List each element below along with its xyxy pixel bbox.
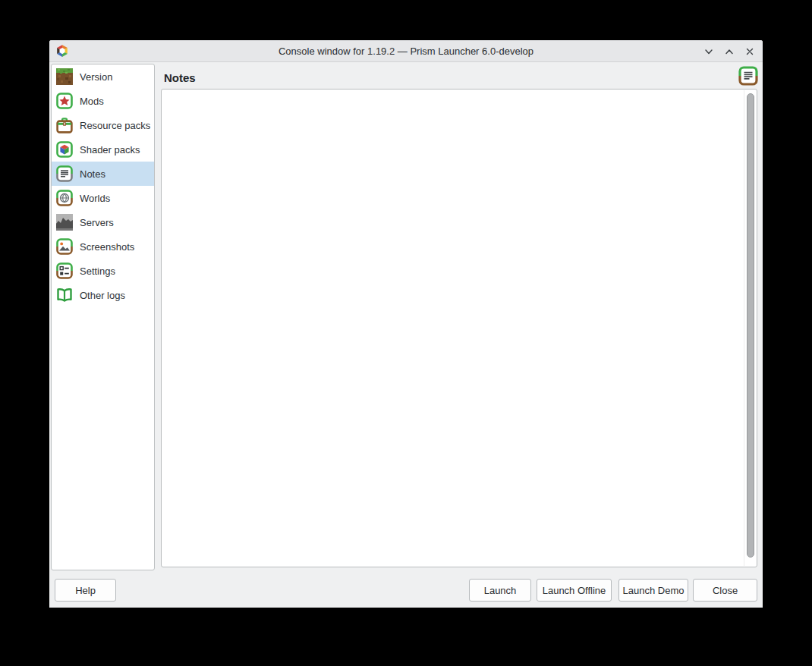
close-button[interactable] [744,46,755,57]
launch-button[interactable]: Launch [469,579,531,602]
briefcase-icon [55,116,74,134]
launch-offline-button[interactable]: Launch Offline [537,579,612,602]
window-title: Console window for 1.19.2 — Prism Launch… [49,46,763,57]
sidebar-item-label: Resource packs [80,120,150,131]
server-photo-icon [55,213,74,231]
desktop-background: Console window for 1.19.2 — Prism Launch… [0,0,812,666]
notes-editor-text[interactable] [162,90,744,567]
minimize-button[interactable] [703,46,714,57]
sidebar-item-label: Screenshots [80,241,134,253]
sidebar-item-label: Version [80,71,112,83]
maximize-button[interactable] [724,46,735,57]
cube-icon [55,140,74,159]
page-title: Notes [164,71,196,84]
notes-editor[interactable] [161,89,757,567]
globe-icon [55,189,74,207]
close-dialog-button[interactable]: Close [693,579,757,602]
help-button[interactable]: Help [55,579,116,602]
editor-scrollbar-thumb[interactable] [747,93,754,558]
sidebar-item-resource-packs[interactable]: Resource packs [52,113,154,137]
sidebar-item-worlds[interactable]: Worlds [52,186,154,210]
editor-scrollbar[interactable] [744,90,756,566]
settings-list-icon [55,262,74,280]
image-icon [55,237,74,256]
console-window: Console window for 1.19.2 — Prism Launch… [49,40,763,608]
sidebar-item-servers[interactable]: Servers [52,210,154,234]
sidebar-item-label: Notes [80,168,105,180]
launch-demo-button[interactable]: Launch Demo [618,579,688,602]
sidebar-item-screenshots[interactable]: Screenshots [52,234,154,259]
sidebar-item-mods[interactable]: Mods [52,89,154,113]
sidebar-item-label: Worlds [80,193,110,204]
sidebar-item-notes[interactable]: Notes [52,162,154,186]
sidebar-item-label: Settings [80,265,115,277]
sidebar-item-label: Other logs [80,290,125,301]
grass-block-icon [55,68,74,86]
sidebar-item-shader-packs[interactable]: Shader packs [52,137,154,162]
sidebar-item-other-logs[interactable]: Other logs [52,283,154,307]
page-sidebar: Version Mods [51,64,155,570]
note-icon [55,165,74,183]
sidebar-item-label: Mods [80,96,104,107]
open-book-icon [55,286,74,304]
sidebar-item-settings[interactable]: Settings [52,259,154,283]
star-icon [55,92,74,110]
sidebar-item-label: Shader packs [80,144,140,156]
titlebar[interactable]: Console window for 1.19.2 — Prism Launch… [49,40,763,62]
sidebar-item-label: Servers [80,217,114,228]
sidebar-item-version[interactable]: Version [52,64,154,89]
notes-page-icon [738,66,758,86]
